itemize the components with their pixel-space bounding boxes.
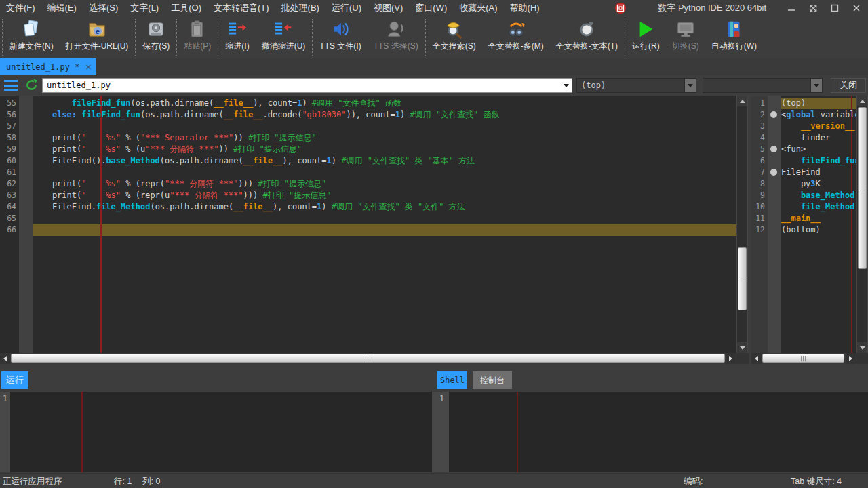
chevron-down-icon[interactable]	[810, 79, 822, 92]
code-line-58[interactable]: print(" %s" % ("*** Separator ***")) #打印…	[33, 132, 736, 144]
structure-row-9[interactable]: base_Method	[781, 190, 856, 201]
line-number: 66	[0, 224, 16, 236]
toolbar-indent-button[interactable]: 缩进(I)	[219, 16, 255, 52]
tab-untitled-1[interactable]: untitled_1.py * ×	[0, 58, 96, 75]
scroll-right-arrow[interactable]	[846, 353, 856, 364]
toolbar-replace-text-button[interactable]: 全文替换-文本(T)	[550, 16, 624, 52]
code-line-61[interactable]	[33, 167, 736, 178]
scrollbar-thumb[interactable]	[762, 354, 844, 363]
scroll-up-arrow[interactable]	[737, 96, 747, 106]
structure-row-4[interactable]: finder	[781, 132, 856, 144]
structure-row-8[interactable]: py3K	[781, 178, 856, 190]
code-line-65[interactable]	[33, 213, 736, 224]
toolbar-save-button[interactable]: 保存(S)	[136, 16, 176, 52]
scrollbar-thumb[interactable]	[858, 107, 867, 269]
reload-icon[interactable]	[24, 78, 39, 92]
toolbar-unindent-button[interactable]: 撤消缩进(U)	[256, 16, 312, 52]
menu-item-12[interactable]: 帮助(H)	[504, 3, 546, 13]
open-file-url-icon: e	[86, 18, 108, 40]
structure-row-3[interactable]: __version__	[781, 121, 856, 132]
tab-console[interactable]: 控制台	[473, 371, 512, 389]
code-line-64[interactable]: FileFind.file_Method(os.path.dirname(__f…	[33, 201, 736, 213]
structure-row-5[interactable]: <fun>	[781, 144, 856, 155]
structure-row-12[interactable]: (bottom)	[781, 224, 856, 236]
scroll-left-arrow[interactable]	[751, 353, 762, 364]
editor-toolbar: untitled_1.py (top) 关闭	[0, 75, 868, 96]
close-button[interactable]	[849, 2, 864, 14]
structure-panel[interactable]: (top)<global variables> __version__ find…	[781, 96, 856, 353]
tab-close-icon[interactable]: ×	[85, 62, 91, 72]
fullscreen-button[interactable]	[806, 2, 821, 14]
menu-item-7[interactable]: 批处理(B)	[275, 3, 326, 13]
app-title: 数字 Python IDE 2020 64bit	[658, 2, 766, 14]
minimize-button[interactable]	[784, 2, 799, 14]
fold-bullet-icon[interactable]	[770, 111, 777, 118]
menu-item-3[interactable]: 选择(S)	[83, 3, 124, 13]
code-line-66[interactable]	[33, 224, 736, 236]
menu-item-1[interactable]: 文件(F)	[0, 3, 41, 13]
tab-shell[interactable]: Shell	[437, 371, 467, 389]
editor-vertical-scrollbar[interactable]	[736, 96, 748, 353]
menu-item-11[interactable]: 收藏夹(A)	[453, 3, 503, 13]
scroll-left-arrow[interactable]	[0, 353, 10, 364]
editor-horizontal-scrollbar[interactable]	[0, 353, 736, 364]
structure-line-number: 12	[751, 224, 765, 236]
toolbar-word-wrap-button[interactable]: 自动换行(W)	[705, 16, 763, 52]
console-output-panel[interactable]	[449, 392, 868, 472]
toolbar-tts-file-button[interactable]: TTS 文件(I)	[313, 16, 367, 52]
toolbar-run-button[interactable]: 运行(R)	[626, 16, 666, 52]
scrollbar-thumb[interactable]	[738, 247, 747, 310]
structure-row-7[interactable]: FileFind	[781, 167, 856, 178]
menu-item-6[interactable]: 文本转语音(T)	[208, 3, 275, 13]
toolbar-switch-button: 切换(S)	[666, 16, 705, 52]
nav-combobox-top[interactable]: (top)	[576, 78, 696, 93]
structure-row-2[interactable]: <global variables>	[781, 109, 856, 121]
close-file-button[interactable]: 关闭	[831, 78, 866, 93]
code-line-63[interactable]: print(" %s" % (repr(u"*** 分隔符 ***"))) #打…	[33, 190, 736, 201]
structure-row-1[interactable]: (top)	[781, 98, 856, 109]
structure-row-11[interactable]: __main__	[781, 213, 856, 224]
maximize-button[interactable]	[827, 2, 842, 14]
scroll-up-arrow[interactable]	[857, 96, 867, 106]
shell-output-panel[interactable]	[10, 392, 432, 472]
chevron-down-icon[interactable]	[561, 84, 572, 87]
code-line-59[interactable]: print(" %s" % (u"*** 分隔符 ***")) #打印 "提示信…	[33, 144, 736, 155]
toolbar-open-file-url-button[interactable]: e打开文件-URL(U)	[60, 16, 135, 52]
code-line-57[interactable]	[33, 121, 736, 132]
toolbar-new-file-button[interactable]: 新建文件(N)	[3, 16, 60, 52]
toolbar-search-fulltext-button[interactable]: 全文搜索(S)	[427, 16, 482, 52]
code-editor[interactable]: fileFind_fun(os.path.dirname(__file__), …	[33, 96, 736, 353]
scrollbar-corner	[856, 353, 868, 364]
search-fulltext-icon	[443, 18, 465, 40]
menu-item-10[interactable]: 窗口(W)	[409, 3, 453, 13]
scroll-right-arrow[interactable]	[726, 353, 736, 364]
structure-row-6[interactable]: fileFind_fun	[781, 155, 856, 167]
toolbar-replace-multi-button[interactable]: 全文替换-多(M)	[482, 16, 550, 52]
fold-bullet-icon[interactable]	[770, 146, 777, 152]
menu-item-8[interactable]: 运行(U)	[326, 3, 368, 13]
code-line-60[interactable]: FileFind().base_Method(os.path.dirname(_…	[33, 155, 736, 167]
toolbar-separator	[218, 19, 218, 56]
scrollbar-thumb[interactable]	[11, 354, 725, 363]
toolbar-label: 撤消缩进(U)	[262, 41, 306, 52]
code-line-62[interactable]: print(" %s" % (repr("*** 分隔符 ***"))) #打印…	[33, 178, 736, 190]
structure-row-10[interactable]: file_Method	[781, 201, 856, 213]
titlebar: 文件(F)编辑(E)选择(S)文字(L)工具(O)文本转语音(T)批处理(B)运…	[0, 0, 868, 16]
menu-item-9[interactable]: 视图(V)	[368, 3, 409, 13]
run-button[interactable]: 运行	[1, 371, 28, 389]
structure-vertical-scrollbar[interactable]	[856, 96, 868, 353]
structure-horizontal-scrollbar[interactable]	[751, 353, 856, 364]
nav-combobox-2[interactable]	[703, 78, 823, 93]
scroll-down-arrow[interactable]	[737, 342, 747, 353]
code-line-55[interactable]: fileFind_fun(os.path.dirname(__file__), …	[33, 98, 736, 109]
fold-bullet-icon[interactable]	[770, 169, 777, 176]
toolbar-tts-select-button: TTS 选择(S)	[368, 16, 425, 52]
menu-item-4[interactable]: 文字(L)	[124, 3, 165, 13]
code-line-56[interactable]: else: fileFind_fun(os.path.dirname(__fil…	[33, 109, 736, 121]
chevron-down-icon[interactable]	[684, 79, 696, 92]
file-combobox[interactable]: untitled_1.py	[42, 78, 572, 93]
list-menu-icon[interactable]	[4, 80, 18, 91]
scroll-down-arrow[interactable]	[857, 342, 867, 353]
menu-item-2[interactable]: 编辑(E)	[41, 3, 83, 13]
menu-item-5[interactable]: 工具(O)	[165, 3, 208, 13]
